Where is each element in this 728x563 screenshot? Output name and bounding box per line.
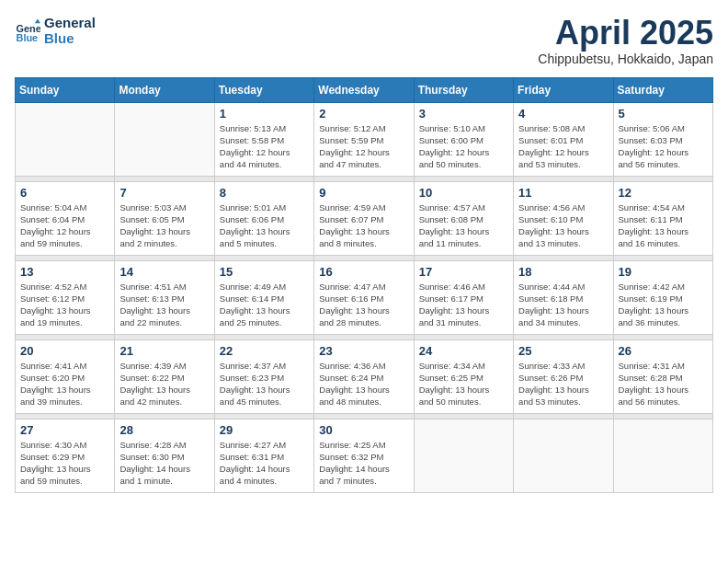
day-info: Sunrise: 4:59 AM Sunset: 6:07 PM Dayligh… [319, 201, 408, 250]
calendar-cell: 6Sunrise: 5:04 AM Sunset: 6:04 PM Daylig… [16, 181, 115, 255]
day-number: 29 [220, 423, 309, 437]
day-number: 28 [119, 423, 209, 437]
calendar-cell: 30Sunrise: 4:25 AM Sunset: 6:32 PM Dayli… [314, 419, 414, 492]
day-info: Sunrise: 4:31 AM Sunset: 6:28 PM Dayligh… [619, 360, 708, 408]
day-number: 16 [319, 265, 408, 279]
day-number: 7 [119, 186, 209, 200]
day-number: 9 [319, 186, 408, 200]
calendar-cell: 13Sunrise: 4:52 AM Sunset: 6:12 PM Dayli… [16, 260, 115, 334]
day-info: Sunrise: 4:41 AM Sunset: 6:20 PM Dayligh… [20, 360, 109, 408]
day-number: 21 [119, 344, 209, 358]
day-info: Sunrise: 5:06 AM Sunset: 6:03 PM Dayligh… [619, 122, 708, 171]
calendar-week-2: 6Sunrise: 5:04 AM Sunset: 6:04 PM Daylig… [16, 181, 713, 255]
calendar-week-3: 13Sunrise: 4:52 AM Sunset: 6:12 PM Dayli… [16, 260, 713, 334]
calendar-cell: 4Sunrise: 5:08 AM Sunset: 6:01 PM Daylig… [514, 102, 613, 176]
day-info: Sunrise: 4:42 AM Sunset: 6:19 PM Dayligh… [619, 281, 708, 329]
day-number: 18 [518, 265, 608, 279]
day-number: 25 [518, 344, 608, 358]
calendar-cell: 22Sunrise: 4:37 AM Sunset: 6:23 PM Dayli… [214, 339, 313, 413]
day-info: Sunrise: 4:25 AM Sunset: 6:32 PM Dayligh… [319, 439, 408, 488]
weekday-header-monday: Monday [115, 77, 214, 102]
logo-text-blue: Blue [44, 30, 96, 46]
calendar-cell [16, 102, 115, 176]
month-title: April 2025 [538, 15, 713, 52]
weekday-header-sunday: Sunday [16, 77, 115, 102]
weekday-header-wednesday: Wednesday [314, 77, 414, 102]
logo: General Blue General Blue [15, 15, 96, 46]
calendar-cell [514, 419, 613, 492]
day-info: Sunrise: 4:57 AM Sunset: 6:08 PM Dayligh… [419, 201, 508, 250]
day-info: Sunrise: 4:36 AM Sunset: 6:24 PM Dayligh… [319, 360, 408, 408]
day-info: Sunrise: 5:04 AM Sunset: 6:04 PM Dayligh… [20, 201, 109, 250]
svg-marker-2 [35, 19, 40, 24]
day-info: Sunrise: 5:12 AM Sunset: 5:59 PM Dayligh… [319, 122, 408, 171]
logo-text-general: General [44, 15, 96, 30]
day-number: 22 [220, 344, 309, 358]
day-number: 20 [20, 344, 109, 358]
day-info: Sunrise: 4:51 AM Sunset: 6:13 PM Dayligh… [119, 281, 209, 329]
calendar-cell: 15Sunrise: 4:49 AM Sunset: 6:14 PM Dayli… [214, 260, 313, 334]
day-number: 19 [619, 265, 708, 279]
calendar-cell: 23Sunrise: 4:36 AM Sunset: 6:24 PM Dayli… [314, 339, 414, 413]
day-info: Sunrise: 4:54 AM Sunset: 6:11 PM Dayligh… [619, 201, 708, 250]
calendar-cell: 9Sunrise: 4:59 AM Sunset: 6:07 PM Daylig… [314, 181, 414, 255]
calendar-cell: 20Sunrise: 4:41 AM Sunset: 6:20 PM Dayli… [16, 339, 115, 413]
calendar-cell: 11Sunrise: 4:56 AM Sunset: 6:10 PM Dayli… [514, 181, 613, 255]
calendar-cell: 3Sunrise: 5:10 AM Sunset: 6:00 PM Daylig… [414, 102, 513, 176]
day-number: 12 [619, 186, 708, 200]
day-info: Sunrise: 4:27 AM Sunset: 6:31 PM Dayligh… [220, 439, 309, 488]
day-info: Sunrise: 4:34 AM Sunset: 6:25 PM Dayligh… [419, 360, 508, 408]
day-info: Sunrise: 5:08 AM Sunset: 6:01 PM Dayligh… [518, 122, 608, 171]
calendar-cell: 27Sunrise: 4:30 AM Sunset: 6:29 PM Dayli… [16, 419, 115, 492]
weekday-header-saturday: Saturday [613, 77, 712, 102]
weekday-header-thursday: Thursday [414, 77, 513, 102]
calendar-cell: 1Sunrise: 5:13 AM Sunset: 5:58 PM Daylig… [214, 102, 313, 176]
logo-icon: General Blue [15, 17, 40, 43]
day-number: 26 [619, 344, 708, 358]
weekday-header-row: SundayMondayTuesdayWednesdayThursdayFrid… [16, 77, 713, 102]
svg-text:Blue: Blue [17, 32, 39, 43]
calendar-cell: 28Sunrise: 4:28 AM Sunset: 6:30 PM Dayli… [115, 419, 214, 492]
day-number: 10 [419, 186, 508, 200]
day-info: Sunrise: 4:47 AM Sunset: 6:16 PM Dayligh… [319, 281, 408, 329]
calendar-cell: 2Sunrise: 5:12 AM Sunset: 5:59 PM Daylig… [314, 102, 414, 176]
day-info: Sunrise: 4:46 AM Sunset: 6:17 PM Dayligh… [419, 281, 508, 329]
calendar-cell: 17Sunrise: 4:46 AM Sunset: 6:17 PM Dayli… [414, 260, 513, 334]
calendar-week-5: 27Sunrise: 4:30 AM Sunset: 6:29 PM Dayli… [16, 419, 713, 492]
day-info: Sunrise: 5:01 AM Sunset: 6:06 PM Dayligh… [220, 201, 309, 250]
day-number: 5 [619, 107, 708, 121]
calendar-table: SundayMondayTuesdayWednesdayThursdayFrid… [15, 77, 713, 493]
day-number: 13 [20, 265, 109, 279]
day-number: 1 [220, 107, 309, 121]
day-number: 8 [220, 186, 309, 200]
day-number: 27 [20, 423, 109, 437]
calendar-cell: 21Sunrise: 4:39 AM Sunset: 6:22 PM Dayli… [115, 339, 214, 413]
calendar-cell: 25Sunrise: 4:33 AM Sunset: 6:26 PM Dayli… [514, 339, 613, 413]
calendar-cell: 26Sunrise: 4:31 AM Sunset: 6:28 PM Dayli… [613, 339, 712, 413]
day-number: 15 [220, 265, 309, 279]
calendar-cell [613, 419, 712, 492]
page-header: General Blue General Blue April 2025 Chi… [15, 15, 713, 66]
calendar-cell [115, 102, 214, 176]
calendar-cell: 19Sunrise: 4:42 AM Sunset: 6:19 PM Dayli… [613, 260, 712, 334]
day-info: Sunrise: 4:30 AM Sunset: 6:29 PM Dayligh… [20, 439, 109, 488]
day-number: 23 [319, 344, 408, 358]
day-info: Sunrise: 4:37 AM Sunset: 6:23 PM Dayligh… [220, 360, 309, 408]
day-number: 14 [119, 265, 209, 279]
day-info: Sunrise: 4:44 AM Sunset: 6:18 PM Dayligh… [518, 281, 608, 329]
calendar-cell: 8Sunrise: 5:01 AM Sunset: 6:06 PM Daylig… [214, 181, 313, 255]
day-number: 4 [518, 107, 608, 121]
calendar-cell: 7Sunrise: 5:03 AM Sunset: 6:05 PM Daylig… [115, 181, 214, 255]
calendar-cell: 12Sunrise: 4:54 AM Sunset: 6:11 PM Dayli… [613, 181, 712, 255]
calendar-cell [414, 419, 513, 492]
day-info: Sunrise: 5:13 AM Sunset: 5:58 PM Dayligh… [220, 122, 309, 171]
day-number: 17 [419, 265, 508, 279]
day-info: Sunrise: 5:03 AM Sunset: 6:05 PM Dayligh… [119, 201, 209, 250]
day-info: Sunrise: 4:28 AM Sunset: 6:30 PM Dayligh… [119, 439, 209, 488]
location: Chippubetsu, Hokkaido, Japan [538, 52, 713, 66]
weekday-header-friday: Friday [514, 77, 613, 102]
calendar-week-4: 20Sunrise: 4:41 AM Sunset: 6:20 PM Dayli… [16, 339, 713, 413]
day-number: 24 [419, 344, 508, 358]
calendar-week-1: 1Sunrise: 5:13 AM Sunset: 5:58 PM Daylig… [16, 102, 713, 176]
day-info: Sunrise: 4:52 AM Sunset: 6:12 PM Dayligh… [20, 281, 109, 329]
